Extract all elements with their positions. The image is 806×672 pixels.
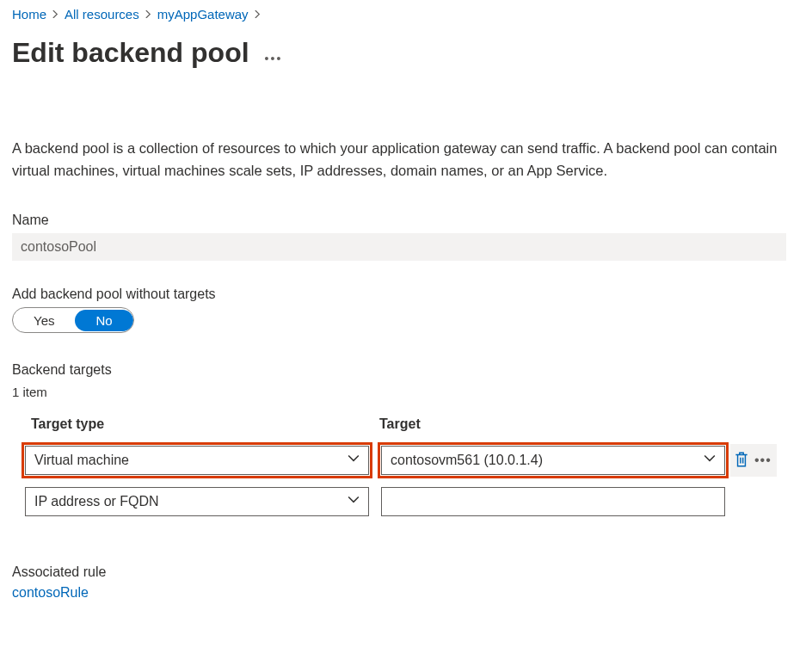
page-title: Edit backend pool xyxy=(12,37,249,69)
name-label: Name xyxy=(12,213,794,228)
chevron-down-icon xyxy=(348,453,360,468)
target-type-value: Virtual machine xyxy=(34,453,129,468)
table-row: Virtual machine contosovm561 (10.0.1.4) … xyxy=(12,444,794,477)
chevron-right-icon xyxy=(254,9,261,21)
backend-targets-heading: Backend targets xyxy=(12,362,794,378)
table-row: IP address or FQDN xyxy=(12,487,794,516)
col-target-type: Target type xyxy=(12,416,369,432)
name-input[interactable] xyxy=(12,233,786,261)
description-text: A backend pool is a collection of resour… xyxy=(12,138,788,182)
col-target: Target xyxy=(369,416,726,432)
chevron-down-icon xyxy=(348,494,360,509)
toggle-yes[interactable]: Yes xyxy=(13,310,75,331)
breadcrumb-my-app-gateway[interactable]: myAppGateway xyxy=(157,7,249,22)
target-type-select[interactable]: Virtual machine xyxy=(25,446,369,475)
chevron-right-icon xyxy=(52,9,59,21)
delete-icon[interactable] xyxy=(734,451,749,471)
toggle-no[interactable]: No xyxy=(75,310,132,331)
page-title-row: Edit backend pool ••• xyxy=(12,37,794,69)
breadcrumb: Home All resources myAppGateway xyxy=(12,7,794,22)
chevron-down-icon xyxy=(704,453,716,468)
target-value: contosovm561 (10.0.1.4) xyxy=(391,453,543,468)
chevron-right-icon xyxy=(145,9,152,21)
associated-rule-section: Associated rule contosoRule xyxy=(12,564,794,601)
without-targets-label: Add backend pool without targets xyxy=(12,287,794,302)
row-actions: ••• xyxy=(730,444,777,477)
breadcrumb-all-resources[interactable]: All resources xyxy=(65,7,139,22)
without-targets-toggle[interactable]: Yes No xyxy=(12,307,134,333)
target-type-select[interactable]: IP address or FQDN xyxy=(25,487,369,516)
more-actions-button[interactable]: ••• xyxy=(265,41,283,65)
more-icon[interactable]: ••• xyxy=(753,453,773,468)
targets-table-header: Target type Target xyxy=(12,416,794,432)
target-type-value: IP address or FQDN xyxy=(34,494,159,509)
target-input[interactable] xyxy=(381,487,725,516)
backend-targets-count: 1 item xyxy=(12,385,794,399)
target-select[interactable]: contosovm561 (10.0.1.4) xyxy=(381,446,725,475)
associated-rule-link[interactable]: contosoRule xyxy=(12,585,89,600)
associated-rule-label: Associated rule xyxy=(12,564,794,580)
breadcrumb-home[interactable]: Home xyxy=(12,7,46,22)
